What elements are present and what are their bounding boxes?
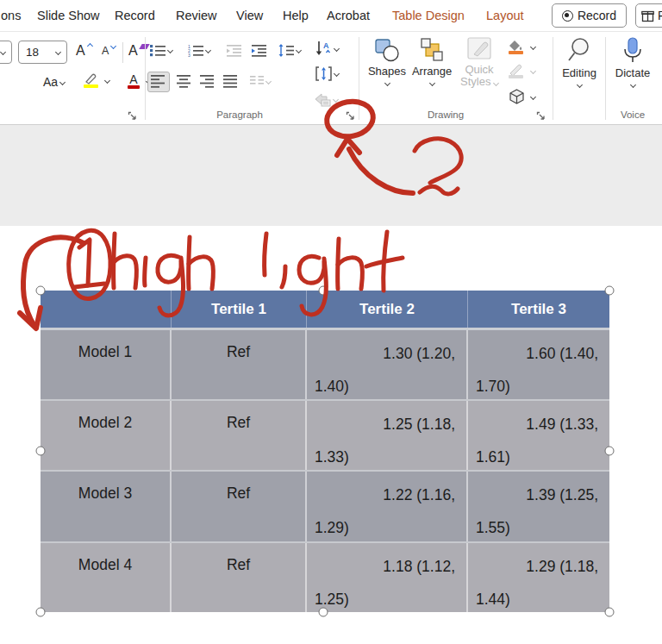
- present-gift-icon: [641, 9, 654, 22]
- present-button-label: P: [658, 9, 662, 22]
- menu-tab-record[interactable]: Record: [115, 0, 155, 31]
- dictate-button[interactable]: Dictate: [609, 37, 657, 87]
- increase-indent-button[interactable]: [252, 44, 266, 57]
- selection-handle-middle-right[interactable]: [605, 447, 615, 456]
- columns-button[interactable]: [250, 75, 271, 88]
- quick-styles-button[interactable]: Quick Styles: [458, 37, 501, 88]
- align-center-button[interactable]: [177, 75, 191, 88]
- chevron-down-icon[interactable]: [0, 49, 6, 55]
- selection-handle-bottom-left[interactable]: [36, 608, 46, 617]
- cell-model[interactable]: Model 4: [41, 543, 172, 613]
- group-divider: [145, 37, 146, 120]
- justify-button[interactable]: [223, 75, 238, 88]
- editing-button[interactable]: Editing: [556, 37, 603, 87]
- align-right-button[interactable]: [200, 75, 215, 88]
- shape-effects-button[interactable]: [509, 89, 535, 105]
- record-button[interactable]: Record: [552, 3, 627, 28]
- chevron-down-icon[interactable]: [384, 80, 390, 86]
- cell-tertile2[interactable]: 1.18 (1.12, 1.25): [307, 543, 468, 613]
- chevron-down-icon[interactable]: [334, 45, 340, 51]
- line-spacing-icon: [278, 44, 294, 57]
- cell-tertile1[interactable]: Ref: [172, 472, 307, 541]
- bullets-button[interactable]: [150, 44, 172, 57]
- numbering-button[interactable]: 1 2 3: [188, 44, 210, 57]
- selection-handle-top-left[interactable]: [36, 286, 46, 296]
- paragraph-dialog-launcher[interactable]: [344, 109, 356, 122]
- menu-tab-acrobat[interactable]: Acrobat: [327, 0, 370, 31]
- decrease-indent-button[interactable]: [227, 44, 241, 57]
- chevron-down-icon[interactable]: [530, 44, 536, 50]
- header-cell-blank[interactable]: [41, 291, 172, 328]
- selection-handle-top-middle[interactable]: [319, 286, 328, 296]
- highlighter-icon: [84, 72, 98, 88]
- table-row: Model 2 Ref 1.25 (1.18, 1.33) 1.49 (1.33…: [41, 399, 609, 471]
- columns-icon: [250, 75, 264, 88]
- header-cell-tertile2[interactable]: Tertile 2: [307, 291, 468, 328]
- cell-tertile2[interactable]: 1.22 (1.16, 1.29): [307, 472, 468, 541]
- chevron-down-icon[interactable]: [629, 82, 635, 88]
- cell-tertile2[interactable]: 1.25 (1.18, 1.33): [307, 401, 468, 471]
- menu-tab-transitions[interactable]: ons: [1, 0, 21, 31]
- chevron-down-icon[interactable]: [296, 47, 302, 53]
- cell-model[interactable]: Model 2: [41, 401, 172, 471]
- selection-handle-middle-left[interactable]: [36, 447, 46, 456]
- caret-down-icon: [110, 42, 116, 48]
- chevron-down-icon[interactable]: [59, 78, 66, 84]
- chevron-down-icon[interactable]: [205, 47, 211, 53]
- arrange-button[interactable]: Arrange: [410, 37, 453, 85]
- header-cell-tertile3[interactable]: Tertile 3: [468, 291, 609, 328]
- cell-model[interactable]: Model 1: [41, 330, 172, 399]
- cell-tertile3[interactable]: 1.49 (1.33, 1.61): [468, 401, 609, 471]
- drawing-dialog-launcher[interactable]: [534, 109, 546, 122]
- chevron-down-icon[interactable]: [530, 94, 536, 100]
- menu-tab-table-design[interactable]: Table Design: [392, 0, 465, 31]
- chevron-down-icon[interactable]: [167, 47, 173, 53]
- ribbon: 18 A A A Aa A: [0, 31, 662, 125]
- align-left-button[interactable]: [151, 75, 166, 88]
- chevron-down-icon[interactable]: [104, 77, 110, 83]
- text-highlight-color-button[interactable]: [84, 72, 109, 88]
- present-button[interactable]: P: [635, 3, 662, 28]
- selection-handle-bottom-middle[interactable]: [319, 608, 328, 617]
- divider: [122, 42, 123, 63]
- microphone-icon: [621, 37, 644, 65]
- cell-tertile1[interactable]: Ref: [172, 401, 307, 471]
- selection-handle-top-right[interactable]: [605, 286, 615, 296]
- align-text-button[interactable]: [315, 66, 339, 81]
- workspace-background: [0, 125, 662, 226]
- menu-tab-help[interactable]: Help: [283, 0, 309, 31]
- change-case-button[interactable]: Aa: [43, 75, 65, 89]
- cell-tertile1[interactable]: Ref: [172, 330, 307, 399]
- shape-effects-icon: [509, 89, 525, 105]
- convert-to-smartart-button[interactable]: [314, 92, 338, 107]
- font-size-combo[interactable]: 18: [18, 41, 67, 64]
- shapes-button[interactable]: Shapes: [367, 37, 407, 85]
- selection-handle-bottom-right[interactable]: [605, 608, 615, 617]
- shape-outline-icon: [509, 64, 523, 78]
- menu-tab-review[interactable]: Review: [176, 0, 217, 31]
- chevron-down-icon[interactable]: [576, 82, 582, 88]
- data-table[interactable]: Tertile 1 Tertile 2 Tertile 3 Model 1 Re…: [41, 291, 609, 612]
- chevron-down-icon[interactable]: [55, 49, 61, 55]
- line-spacing-button[interactable]: [278, 44, 301, 57]
- grow-font-button[interactable]: A: [76, 43, 92, 59]
- cell-tertile3[interactable]: 1.60 (1.40, 1.70): [468, 330, 609, 399]
- cell-tertile2[interactable]: 1.30 (1.20, 1.40): [307, 330, 468, 399]
- menu-tab-slide-show[interactable]: Slide Show: [37, 0, 100, 31]
- menu-tab-view[interactable]: View: [236, 0, 263, 31]
- shrink-font-button[interactable]: A: [102, 45, 116, 57]
- shape-outline-button[interactable]: [509, 64, 535, 78]
- font-dialog-launcher[interactable]: [126, 109, 138, 122]
- font-name-combo[interactable]: [0, 41, 12, 64]
- menu-tab-layout[interactable]: Layout: [486, 0, 524, 31]
- chevron-down-icon[interactable]: [334, 71, 340, 77]
- text-direction-button[interactable]: A: [315, 41, 339, 56]
- cell-tertile3[interactable]: 1.39 (1.25, 1.55): [468, 472, 609, 541]
- cell-model[interactable]: Model 3: [41, 472, 172, 541]
- header-cell-tertile1[interactable]: Tertile 1: [172, 291, 307, 328]
- chevron-down-icon[interactable]: [428, 80, 434, 86]
- group-divider: [553, 37, 553, 120]
- cell-tertile3[interactable]: 1.29 (1.18, 1.44): [468, 543, 609, 613]
- cell-tertile1[interactable]: Ref: [172, 543, 307, 613]
- shape-fill-button[interactable]: [509, 40, 535, 54]
